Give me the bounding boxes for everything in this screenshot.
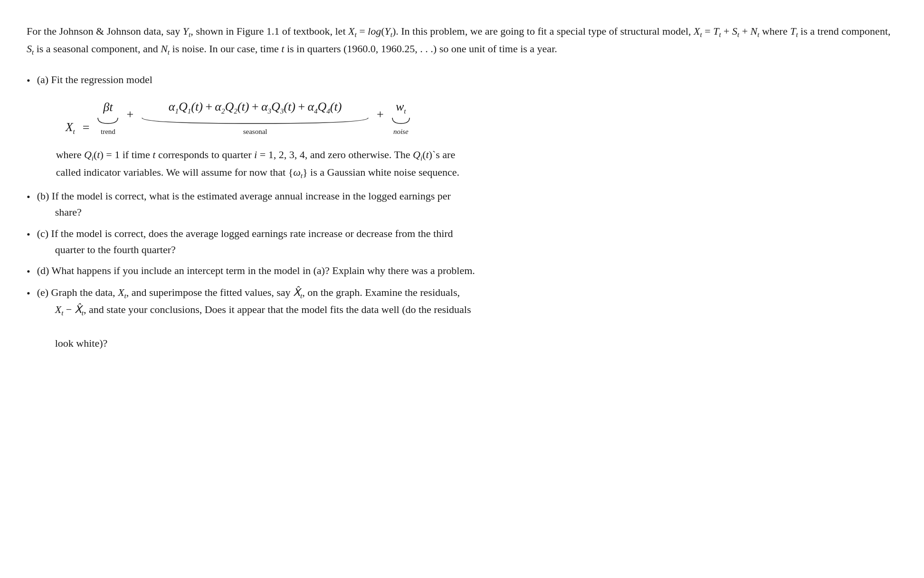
part-e-item: • (e) Graph the data, Xt, and superimpos… [27, 284, 891, 351]
part-c-continuation: quarter to the fourth quarter? [55, 242, 891, 258]
plus5: + [377, 105, 384, 137]
bullet-dot-b: • [27, 189, 30, 205]
part-d-label: (d) What happens if you include an inter… [37, 265, 475, 276]
plus1: + [126, 105, 133, 137]
bullet-dot-c: • [27, 227, 30, 243]
trend-group: βt trend [97, 98, 119, 138]
part-b-content: (b) If the model is correct, what is the… [37, 188, 891, 220]
part-b-continuation: share? [55, 204, 891, 220]
noise-group: wt noise [391, 97, 410, 138]
part-d-content: (d) What happens if you include an inter… [37, 263, 891, 279]
noise-content: wt [396, 97, 406, 117]
xt-var: Xt [348, 25, 357, 37]
seasonal-group: α1Q1(t) + α2Q2(t) + α3Q3(t) + α4Q4(t) se… [141, 97, 369, 138]
part-a-item: • (a) Fit the regression model Xt = βt [27, 72, 891, 182]
noise-underbrace [391, 117, 410, 125]
eq-equals: = [83, 118, 90, 137]
bullet-dot-d: • [27, 264, 30, 280]
part-c-label: (c) If the model is correct, does the av… [37, 227, 453, 239]
seasonal-content: α1Q1(t) + α2Q2(t) + α3Q3(t) + α4Q4(t) [169, 97, 342, 117]
where-text: where Qi(t) = 1 if time t corresponds to… [56, 149, 455, 161]
part-c-content: (c) If the model is correct, does the av… [37, 226, 891, 258]
part-e-continuation2: look white)? [55, 335, 891, 351]
equation-container: Xt = βt trend + [66, 97, 891, 138]
seasonal-label: seasonal [243, 126, 267, 137]
noise-label: noise [393, 126, 409, 137]
problem-parts: • (a) Fit the regression model Xt = βt [27, 72, 891, 352]
part-e-label: (e) Graph the data, Xt, and superimpose … [37, 286, 460, 298]
trend-content: βt [103, 98, 113, 117]
bullet-dot-a: • [27, 73, 30, 89]
part-c-item: • (c) If the model is correct, does the … [27, 226, 891, 258]
where-block: where Qi(t) = 1 if time t corresponds to… [56, 146, 891, 182]
part-e-continuation1: Xt − X̂t, and state your conclusions, Do… [55, 302, 891, 319]
bullet-dot-e: • [27, 285, 30, 302]
where-line2: called indicator variables. We will assu… [56, 166, 459, 178]
eq-lhs: Xt [66, 118, 75, 137]
part-e-content: (e) Graph the data, Xt, and superimpose … [37, 284, 891, 351]
part-b-label: (b) If the model is correct, what is the… [37, 190, 451, 202]
part-b-item: • (b) If the model is correct, what is t… [27, 188, 891, 220]
part-a-content: (a) Fit the regression model Xt = βt [37, 72, 891, 182]
main-content: For the Johnson & Johnson data, say Yt, … [27, 23, 891, 351]
yt-var: Yt [183, 25, 191, 37]
trend-label: trend [101, 126, 115, 137]
part-d-item: • (d) What happens if you include an int… [27, 263, 891, 280]
trend-underbrace [97, 117, 119, 125]
part-a-label: (a) Fit the regression model [37, 74, 152, 85]
seasonal-underbrace [141, 117, 369, 125]
intro-paragraph: For the Johnson & Johnson data, say Yt, … [27, 23, 891, 58]
